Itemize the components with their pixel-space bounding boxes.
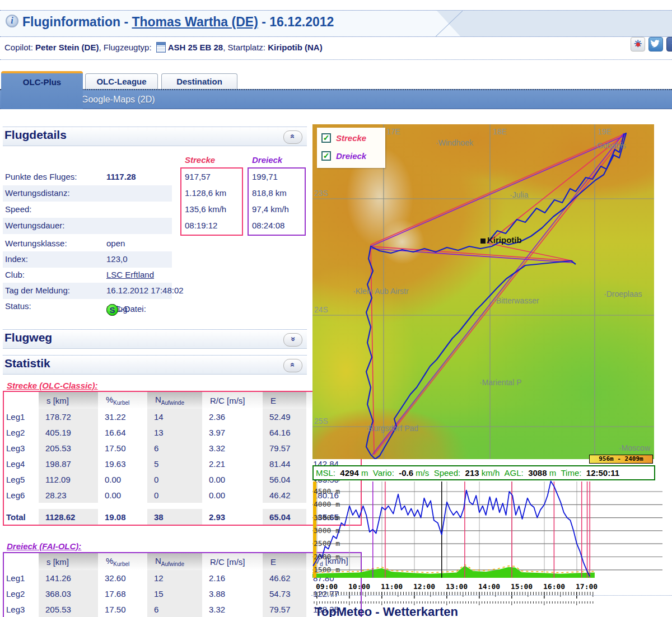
detail-row: Wertungsdauer:08:19:1208:24:08 (3, 218, 172, 234)
column-header-dreieck: Dreieck (252, 155, 282, 165)
dreieck-values-box (248, 167, 306, 236)
svg-text:14:00: 14:00 (478, 582, 500, 591)
strecke-checkbox[interactable]: ✓ (321, 133, 331, 143)
stat-cell: Leg2 (3, 424, 39, 440)
status-metric-unit: m/s (413, 468, 434, 478)
stat-cell: 46.62 (263, 570, 306, 586)
stat-header-cell: NAufwinde (147, 391, 202, 409)
svg-text:25S: 25S (314, 417, 328, 426)
collapse-flugdetails-button[interactable]: « (283, 130, 302, 144)
twitter-icon[interactable] (648, 37, 663, 52)
dotted-divider-bottom (311, 595, 672, 596)
flight-map[interactable]: 17E18E19E23S24S25S ·Windhoek·Gobabis·Jul… (312, 124, 654, 459)
stat-cell: 141.26 (39, 570, 98, 586)
stat-cell: 46.42 (263, 487, 306, 503)
column-header-strecke: Strecke (185, 155, 215, 165)
stat-cell: 178.72 (39, 409, 98, 424)
pilot-link[interactable]: Thomas Wartha (DE) (132, 15, 258, 29)
svg-text:18E: 18E (493, 127, 507, 136)
stat-total-cell: 38 (147, 509, 202, 525)
stat-row: Leg3205.5317.5063.3279.57138.35 (3, 601, 361, 617)
map-canvas: 17E18E19E23S24S25S ·Windhoek·Gobabis·Jul… (312, 124, 654, 459)
stat-row: Leg628.230.0000.0046.42180.16 (3, 487, 361, 503)
expand-flugweg-button[interactable]: « (283, 333, 302, 347)
stat-cell: 15 (147, 586, 202, 601)
svg-text:2500 m: 2500 m (314, 539, 340, 548)
barogram-canvas: 1500 m2000 m2500 m3000 m3500 m4000 m4500… (312, 480, 665, 607)
collapse-statistik-button[interactable]: « (283, 359, 302, 372)
status-metric-value: 12:50:11 (584, 468, 619, 478)
stat-cell: 368.03 (39, 586, 98, 601)
stat-header-cell: R/C [m/s] (202, 553, 263, 570)
stat-cell: 81.44 (263, 456, 306, 471)
detail-value: 123,0 (106, 254, 128, 264)
strecke-checkbox-label: Strecke (336, 133, 366, 143)
info-icon[interactable]: i (6, 15, 18, 27)
status-label: Status: (5, 301, 31, 311)
svg-text:·Gobabis: ·Gobabis (594, 141, 626, 150)
aircraft-type: ASH 25 EB 28 (168, 43, 223, 52)
stat-cell: 56.04 (263, 471, 306, 487)
stat-cell: Leg1 (3, 409, 39, 424)
barogram[interactable]: 1500 m2000 m2500 m3000 m3500 m4000 m4500… (312, 480, 665, 607)
detail-label: Tag der Meldung: (5, 286, 70, 295)
tab-olc-plus[interactable]: OLC-Plus (1, 71, 83, 109)
header-band-diagonal (436, 11, 463, 36)
svg-text:Kiripotib: Kiripotib (487, 235, 522, 245)
dreieck-checkbox[interactable]: ✓ (321, 151, 331, 161)
status-metric-label: MSL: (316, 468, 338, 478)
detail-value: open (106, 239, 125, 248)
stat-cell: 28.23 (39, 487, 98, 503)
elevation-scale: 956m - 2409m (589, 455, 653, 464)
status-metric-value: 4294 (338, 468, 359, 478)
start-site: Kiripotib (NA) (268, 43, 322, 52)
section-flugweg-title: Flugweg (4, 331, 307, 344)
detail-row: Wertungsklasse:open (3, 236, 306, 252)
stat-cell: Leg3 (3, 440, 39, 456)
status-metric-label: Time: (561, 468, 584, 478)
stat-header-cell: NAufwinde (147, 553, 202, 570)
radio-google-maps-label[interactable]: Google-Maps (2D) (81, 95, 155, 105)
flight-meta-row: Copilot: Peter Stein (DE), Flugzeugtyp: … (4, 42, 323, 53)
stat-cell: 0.00 (98, 471, 147, 487)
dreieck-fai-olc-table: s [km]%KurbelNAufwindeR/C [m/s]EVd [km/h… (3, 552, 362, 617)
stat-header-cell: R/C [m/s] (202, 391, 263, 409)
status-metric-unit: m (547, 468, 561, 478)
stat-cell: 2.21 (202, 456, 263, 471)
svg-text:13:00: 13:00 (446, 582, 468, 591)
stat-row: Leg1178.7231.22142.3652.4990.16 (3, 409, 361, 424)
stat-cell: 3.97 (202, 424, 263, 440)
map-legend: ✓ Strecke ✓ Dreieck (317, 128, 385, 168)
dotted-divider-top (0, 59, 672, 60)
dreieck-table-caption: Dreieck (FAI-OLC): (7, 541, 81, 551)
svg-text:5000 m: 5000 m (314, 480, 340, 483)
svg-text:3500 m: 3500 m (314, 513, 340, 522)
status-metric-label: Vario: (373, 468, 396, 478)
flight-status-badge[interactable]: S (106, 304, 118, 316)
stat-cell: 79.57 (263, 440, 306, 456)
stat-cell: 205.53 (39, 440, 98, 456)
status-metric-value: -0.6 (396, 468, 413, 478)
svg-text:17E: 17E (386, 127, 400, 136)
stat-cell: 6 (147, 440, 202, 456)
strecke-values-box (180, 167, 243, 236)
stat-cell: 198.87 (39, 456, 98, 471)
stat-cell: 13 (147, 424, 202, 440)
stat-cell: 0 (147, 487, 202, 503)
svg-text:16:00: 16:00 (543, 582, 565, 591)
stat-cell: 405.19 (39, 424, 98, 440)
stat-header-cell: E (263, 391, 306, 409)
stat-cell: 64.16 (263, 424, 306, 440)
tab-destination[interactable]: Destination (161, 73, 237, 89)
facebook-icon[interactable]: f (666, 37, 672, 52)
stat-cell: Leg2 (3, 586, 39, 601)
weather-service-icon[interactable]: ✳ (631, 37, 645, 52)
flight-info-page: i Fluginformation - Thomas Wartha (DE) -… (0, 0, 672, 617)
flight-status-bar: MSL: 4294 m Vario: -0.6 m/s Speed: 213 k… (312, 465, 655, 480)
tab-olc-league[interactable]: OLC-League (85, 73, 158, 89)
stat-cell: Leg4 (3, 456, 39, 471)
aircraft-sheet-icon[interactable] (156, 42, 166, 53)
club-link[interactable]: LSC Erftland (106, 270, 154, 279)
detail-value: 1117.28 (106, 172, 136, 181)
stat-cell: 19.63 (98, 456, 147, 471)
